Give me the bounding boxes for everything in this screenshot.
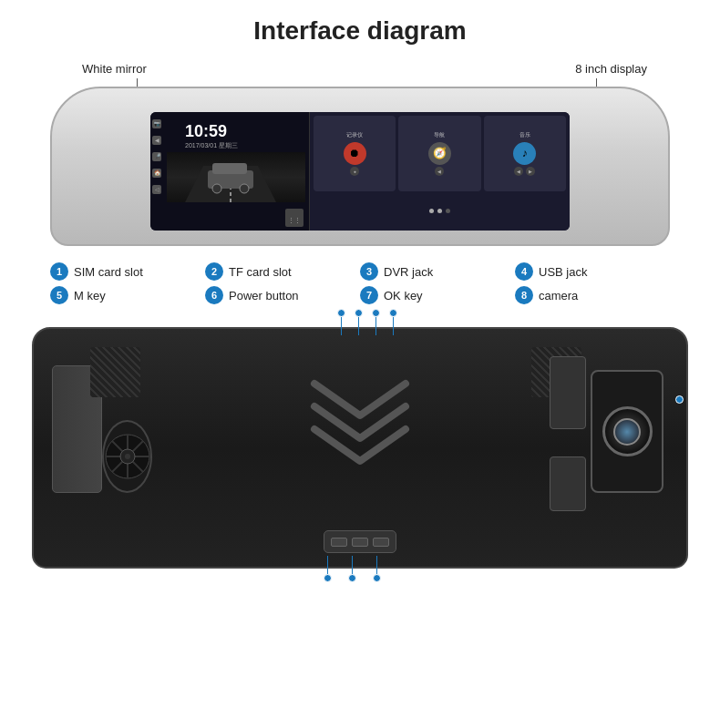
camera-dot-8 (675, 395, 684, 404)
port-dot-3 (372, 309, 380, 317)
label-text-8: camera (539, 289, 578, 302)
bottom-line-6 (352, 556, 353, 574)
bottom-line-5 (376, 556, 377, 574)
label-item-1: 1 SIM card slot (50, 262, 205, 281)
screen-app-2: 导航 🧭 ◀ (398, 116, 480, 192)
screen-icon-3: 🎤 (152, 152, 161, 161)
screen-time: 10:59 (185, 122, 305, 141)
page-title: Interface diagram (0, 0, 720, 55)
screen-icon-5: ◁ (152, 185, 161, 194)
label-text-6: Power button (229, 289, 299, 302)
screen-icon-2: ◀ (152, 136, 161, 145)
label-num-8: 8 (515, 286, 533, 304)
label-text-5: M key (74, 289, 106, 302)
camera-lens (602, 406, 653, 456)
mirror-body-bottom (32, 327, 688, 569)
app-3-btns: ◀ ▶ (514, 167, 535, 176)
label-item-4: 4 USB jack (515, 262, 670, 281)
mirror-screen: 📷 ◀ 🎤 🏠 ◁ 10:59 2017/03/01 星期三 (150, 112, 570, 231)
app-1-btn-1: ● (350, 167, 359, 176)
port-indicator-1 (337, 309, 345, 335)
port-line-4 (393, 317, 394, 335)
screen-icons: 📷 ◀ 🎤 🏠 ◁ (152, 119, 161, 194)
bottom-dot-6 (348, 574, 356, 582)
nav-dot-3 (446, 209, 450, 213)
label-item-5: 5 M key (50, 286, 205, 304)
svg-rect-3 (212, 163, 247, 174)
port-dot-2 (355, 309, 363, 317)
port-line-1 (341, 317, 342, 335)
center-chevrons (301, 374, 419, 478)
app-3-title: 音乐 (519, 131, 530, 139)
label-text-1: SIM card slot (74, 265, 143, 279)
app-1-title: 记录仪 (346, 131, 363, 139)
screen-icon-1: 📷 (152, 119, 161, 128)
bottom-btn-1 (331, 538, 347, 547)
svg-point-12 (125, 454, 130, 459)
interface-labels-grid: 1 SIM card slot 2 TF card slot 3 DVR jac… (32, 262, 688, 304)
bottom-port-indicators (324, 556, 381, 582)
bottom-btn-2 (352, 538, 368, 547)
label-text-4: USB jack (539, 265, 587, 279)
label-num-4: 4 (515, 262, 533, 281)
bottom-indicator-5 (373, 556, 381, 582)
port-line-3 (375, 317, 376, 335)
bottom-btn-3 (373, 538, 389, 547)
bottom-dot-5 (373, 574, 381, 582)
nav-dot-2 (437, 209, 442, 213)
label-text-3: DVR jack (384, 265, 433, 279)
label-text-7: OK key (384, 289, 423, 302)
app-3-btn-1: ◀ (514, 167, 523, 176)
white-mirror-label: White mirror (82, 62, 147, 76)
screen-app-3: 音乐 ♪ ◀ ▶ (484, 116, 566, 192)
svg-point-5 (240, 184, 249, 193)
label-num-1: 1 (50, 262, 68, 281)
label-num-2: 2 (205, 262, 223, 281)
app-2-btns: ◀ (435, 167, 444, 176)
port-dot-1 (337, 309, 345, 317)
right-bracket-bottom (550, 456, 586, 511)
mirror-top-section: White mirror 8 inch display 📷 ◀ 🎤 🏠 ◁ 10… (50, 55, 670, 255)
label-item-8: 8 camera (515, 286, 670, 304)
port-indicator-2 (355, 309, 363, 335)
screen-right-panel: 记录仪 ⏺ ● 导航 🧭 ◀ 音乐 ♪ (310, 112, 570, 231)
screen-car-image (167, 152, 305, 202)
screen-app-1: 记录仪 ⏺ ● (314, 116, 396, 192)
app-3-icon: ♪ (513, 142, 536, 165)
top-port-indicators (337, 309, 397, 335)
app-2-title: 导航 (434, 131, 445, 139)
display-label: 8 inch display (575, 62, 647, 76)
bottom-indicator-6 (348, 556, 356, 582)
bottom-indicator-7 (324, 556, 332, 582)
right-bracket-top (550, 356, 586, 429)
mirror-bottom-section (32, 309, 688, 582)
port-line-2 (358, 317, 359, 335)
bottom-line-7 (327, 556, 328, 574)
label-item-6: 6 Power button (205, 286, 360, 304)
texture-panel-left (90, 347, 140, 397)
screen-left-panel: 📷 ◀ 🎤 🏠 ◁ 10:59 2017/03/01 星期三 (150, 112, 310, 231)
screen-date: 2017/03/01 星期三 (185, 141, 305, 150)
label-num-5: 5 (50, 286, 68, 304)
camera-number-label (675, 395, 684, 404)
camera-area (591, 370, 663, 493)
bottom-buttons-panel (324, 530, 396, 553)
app-2-icon: 🧭 (428, 142, 451, 165)
camera-lens-inner (613, 418, 641, 446)
app-1-icon: ⏺ (344, 142, 366, 165)
port-indicator-3 (372, 309, 380, 335)
app-3-btn-2: ▶ (526, 167, 535, 176)
port-dot-4 (389, 309, 397, 317)
speaker (102, 420, 152, 493)
mirror-body-top: 📷 ◀ 🎤 🏠 ◁ 10:59 2017/03/01 星期三 (50, 87, 670, 246)
label-item-7: 7 OK key (360, 286, 515, 304)
label-num-3: 3 (360, 262, 378, 281)
port-indicator-4 (389, 309, 397, 335)
label-item-3: 3 DVR jack (360, 262, 515, 281)
label-num-6: 6 (205, 286, 223, 304)
label-item-2: 2 TF card slot (205, 262, 360, 281)
label-text-2: TF card slot (229, 265, 292, 279)
app-2-btn-1: ◀ (435, 167, 444, 176)
screen-menu-icon: ⋮⋮ (288, 217, 301, 223)
label-num-7: 7 (360, 286, 378, 304)
